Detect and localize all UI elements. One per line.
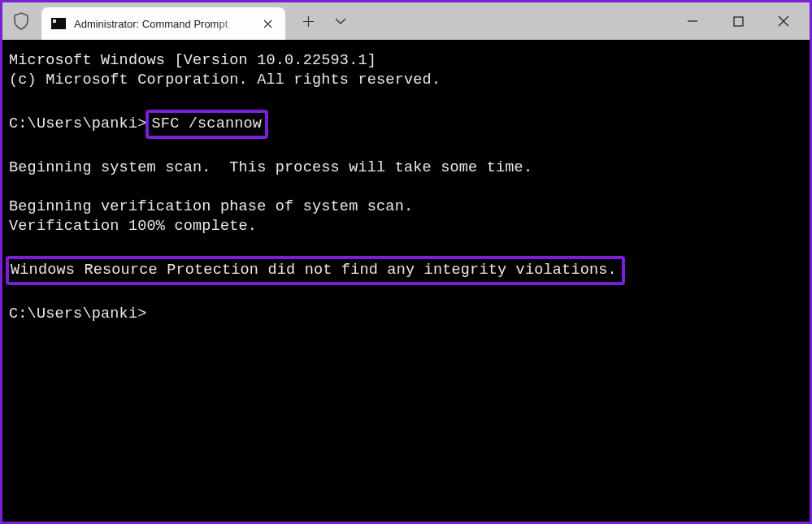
terminal-line: Beginning verification phase of system s…: [9, 198, 413, 215]
close-icon: [263, 19, 272, 28]
tab-active[interactable]: Administrator: Command Prompt: [41, 7, 285, 40]
highlighted-result: Windows Resource Protection did not find…: [6, 256, 625, 285]
tab-title: Administrator: Command Prompt: [74, 18, 250, 30]
terminal-line: Microsoft Windows [Version 10.0.22593.1]: [9, 52, 376, 69]
window-frame: Administrator: Command Prompt: [2, 2, 810, 522]
minimize-button[interactable]: [670, 5, 715, 37]
plus-icon: [303, 16, 314, 27]
terminal-line: (c) Microsoft Corporation. All rights re…: [9, 71, 441, 89]
shield-icon: [13, 12, 29, 30]
maximize-button[interactable]: [715, 5, 761, 37]
app-shield-button[interactable]: [2, 2, 40, 40]
tabbar-actions: [285, 2, 357, 40]
highlighted-command: SFC /scannow: [145, 110, 269, 139]
window-controls: [670, 2, 810, 40]
close-icon: [778, 15, 789, 27]
maximize-icon: [733, 16, 744, 27]
terminal-line: Verification 100% complete.: [9, 218, 257, 235]
new-tab-button[interactable]: [292, 5, 324, 37]
titlebar: Administrator: Command Prompt: [2, 2, 810, 40]
cmd-icon: [51, 18, 66, 29]
tab-close-button[interactable]: [258, 14, 277, 33]
chevron-down-icon: [335, 18, 346, 25]
terminal-output[interactable]: Microsoft Windows [Version 10.0.22593.1]…: [2, 40, 810, 522]
terminal-line: Beginning system scan. This process will…: [9, 159, 532, 176]
prompt-line: C:\Users\panki>: [9, 305, 147, 323]
tab-dropdown-button[interactable]: [324, 5, 357, 37]
prompt-prefix: C:\Users\panki>: [9, 115, 147, 132]
minimize-icon: [687, 15, 698, 27]
svg-rect-0: [734, 17, 743, 26]
window-close-button[interactable]: [761, 5, 806, 37]
